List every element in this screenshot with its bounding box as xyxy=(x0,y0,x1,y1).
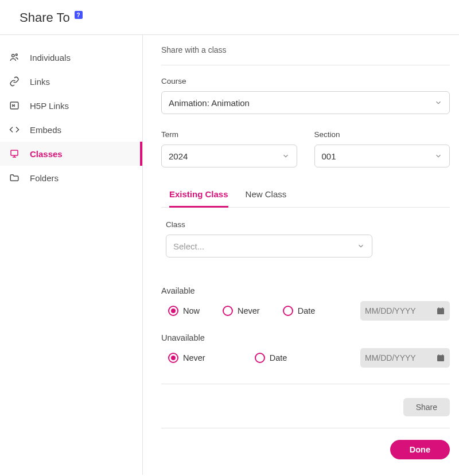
chevron-down-icon xyxy=(434,99,442,107)
radio-icon xyxy=(223,306,233,316)
unavailable-date-input[interactable]: MM/DD/YYYY xyxy=(360,348,450,368)
sidebar-item-h5p-links[interactable]: H5P Links xyxy=(0,93,142,118)
term-select[interactable]: 2024 xyxy=(161,145,297,167)
sidebar: Individuals Links H5P Links Embeds Class xyxy=(0,35,143,475)
link-icon xyxy=(9,76,20,87)
class-select-placeholder: Select... xyxy=(173,241,204,251)
radio-unavailable-date[interactable]: Date xyxy=(255,353,287,363)
class-select[interactable]: Select... xyxy=(166,235,372,257)
folder-icon xyxy=(9,173,20,183)
tab-existing-class[interactable]: Existing Class xyxy=(169,189,228,208)
available-label: Available xyxy=(161,286,450,295)
calendar-icon xyxy=(436,306,445,315)
radio-unavailable-never[interactable]: Never xyxy=(168,353,205,363)
class-label: Class xyxy=(166,220,450,229)
term-select-value: 2024 xyxy=(169,151,188,161)
svg-point-1 xyxy=(15,54,17,56)
class-tabs: Existing Class New Class xyxy=(161,189,450,208)
radio-available-now[interactable]: Now xyxy=(168,306,200,316)
radio-icon xyxy=(255,353,265,363)
help-icon[interactable]: ? xyxy=(75,11,83,19)
sidebar-item-label: Folders xyxy=(30,173,59,183)
people-icon xyxy=(9,52,20,63)
presentation-icon xyxy=(9,149,20,159)
course-select-value: Animation: Animation xyxy=(169,98,250,108)
modal-title: Share To xyxy=(20,10,70,25)
modal-header: Share To ? xyxy=(0,0,459,34)
sidebar-item-links[interactable]: Links xyxy=(0,69,142,93)
share-button[interactable]: Share xyxy=(403,398,450,416)
sidebar-item-classes[interactable]: Classes xyxy=(0,142,142,166)
date-placeholder: MM/DD/YYYY xyxy=(365,306,431,315)
radio-label: Date xyxy=(270,353,287,362)
available-date-input[interactable]: MM/DD/YYYY xyxy=(360,301,450,321)
h5p-icon xyxy=(9,100,20,111)
sidebar-item-individuals[interactable]: Individuals xyxy=(0,45,142,69)
calendar-icon xyxy=(436,353,445,362)
chevron-down-icon xyxy=(434,152,442,160)
sidebar-item-embeds[interactable]: Embeds xyxy=(0,118,142,142)
panel-subtitle: Share with a class xyxy=(161,45,450,65)
svg-point-0 xyxy=(12,54,15,57)
course-label: Course xyxy=(161,77,450,85)
sidebar-item-folders[interactable]: Folders xyxy=(0,166,142,190)
sidebar-item-label: Links xyxy=(30,77,50,87)
sidebar-item-label: Embeds xyxy=(30,125,61,135)
radio-icon xyxy=(283,306,293,316)
chevron-down-icon xyxy=(357,242,365,250)
main-panel: Share with a class Course Animation: Ani… xyxy=(143,35,459,475)
course-select[interactable]: Animation: Animation xyxy=(161,91,450,114)
radio-available-never[interactable]: Never xyxy=(223,306,260,316)
radio-icon xyxy=(168,353,178,363)
date-placeholder: MM/DD/YYYY xyxy=(365,353,431,362)
section-label: Section xyxy=(314,130,450,139)
done-button[interactable]: Done xyxy=(390,440,450,459)
sidebar-item-label: H5P Links xyxy=(30,101,69,111)
section-select[interactable]: 001 xyxy=(314,145,450,167)
unavailable-label: Unavailable xyxy=(161,333,450,342)
radio-label: Never xyxy=(238,306,260,315)
term-label: Term xyxy=(161,130,297,139)
tab-new-class[interactable]: New Class xyxy=(246,189,287,207)
sidebar-item-label: Individuals xyxy=(30,53,71,63)
radio-icon xyxy=(168,306,178,316)
radio-label: Never xyxy=(183,353,205,362)
sidebar-item-label: Classes xyxy=(30,149,63,159)
svg-rect-6 xyxy=(437,355,444,361)
code-icon xyxy=(9,124,20,135)
radio-label: Date xyxy=(298,306,316,315)
svg-rect-3 xyxy=(11,150,18,155)
radio-label: Now xyxy=(183,306,200,315)
radio-available-date[interactable]: Date xyxy=(283,306,316,316)
chevron-down-icon xyxy=(282,152,290,160)
section-select-value: 001 xyxy=(322,151,336,161)
